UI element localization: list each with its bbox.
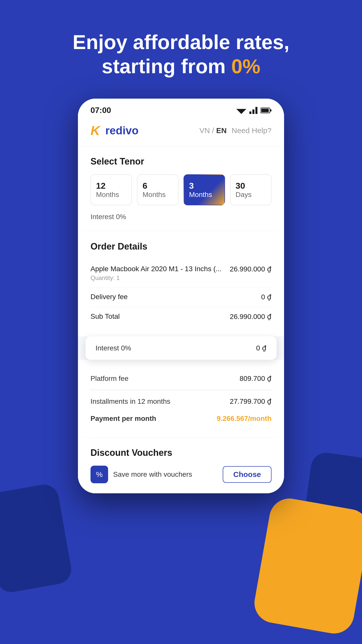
tenor-30d-unit: Days: [236, 191, 266, 199]
wifi-icon: [236, 107, 246, 114]
summary-platform-value: 809.700 ₫: [240, 374, 272, 383]
order-subtotal-value: 26.990.000 ₫: [230, 312, 272, 321]
headline-text: Enjoy affordable rates, starting from 0%: [73, 30, 289, 78]
order-section: Order Details Apple Macbook Air 2020 M1 …: [78, 231, 284, 336]
tenor-option-6m[interactable]: 6 Months: [137, 174, 178, 205]
headline-line1: Enjoy affordable rates,: [73, 31, 289, 53]
order-product-price: 26.990.000 ₫: [230, 265, 272, 273]
floating-interest-row: Interest 0% 0 ₫: [85, 336, 277, 360]
lang-switcher[interactable]: VN / EN: [199, 126, 227, 135]
summary-row-platform: Platform fee 809.700 ₫: [90, 370, 272, 387]
order-delivery-value: 0 ₫: [261, 293, 272, 301]
need-help-link[interactable]: Need Help?: [232, 126, 272, 135]
headline-section: Enjoy affordable rates, starting from 0%: [63, 30, 299, 78]
order-row-subtotal: Sub Total 26.990.000 ₫: [90, 307, 272, 326]
kredivo-logo-icon: K: [90, 123, 104, 136]
order-row-delivery: Delivery fee 0 ₫: [90, 287, 272, 307]
order-product-name: Apple Macbook Air 2020 M1 - 13 Inchs (..…: [90, 265, 221, 273]
order-title: Order Details: [90, 241, 272, 252]
tenor-3m-unit: Months: [189, 191, 219, 199]
tenor-option-3m[interactable]: 3 Months: [184, 174, 225, 205]
status-icons: [236, 107, 272, 114]
phone-mockup: 07:00: [78, 99, 284, 493]
order-row-product: Apple Macbook Air 2020 M1 - 13 Inchs (..…: [90, 259, 272, 287]
voucher-section: Discount Vouchers % Save more with vouch…: [78, 437, 284, 493]
logo-name: redivo: [105, 125, 139, 136]
tenor-3m-num: 3: [189, 181, 219, 191]
summary-row-installments: Installments in 12 months 27.799.700 ₫: [90, 390, 272, 410]
logo-k: K: [90, 123, 104, 138]
main-container: Enjoy affordable rates, starting from 0%…: [0, 0, 362, 644]
summary-row-payment: Payment per month 9.266.567/month: [90, 410, 272, 427]
summary-payment-value: 9.266.567/month: [217, 415, 272, 423]
interest-label: Interest 0%: [90, 213, 272, 221]
tenor-30d-num: 30: [236, 181, 266, 191]
svg-text:K: K: [90, 123, 101, 136]
voucher-icon: %: [90, 466, 108, 483]
status-bar: 07:00: [78, 99, 284, 117]
tenor-title: Select Tenor: [90, 156, 272, 167]
signal-icon: [249, 107, 257, 114]
header-right: VN / EN Need Help?: [199, 126, 272, 135]
tenor-6m-num: 6: [143, 181, 173, 191]
tenor-6m-unit: Months: [143, 191, 173, 199]
lang-vn[interactable]: VN / EN: [199, 126, 227, 135]
battery-icon: [260, 107, 272, 113]
order-subtotal-label: Sub Total: [90, 312, 120, 320]
summary-section: Platform fee 809.700 ₫ Installments in 1…: [78, 360, 284, 437]
svg-rect-3: [255, 107, 257, 114]
summary-installments-label: Installments in 12 months: [90, 397, 170, 406]
order-product-qty: Quantity: 1: [90, 274, 221, 281]
logo: K redivo: [90, 123, 139, 138]
summary-platform-label: Platform fee: [90, 375, 128, 383]
voucher-text: Save more with vouchers: [113, 470, 192, 478]
tenor-12m-num: 12: [96, 181, 126, 191]
headline-highlight: 0%: [231, 55, 260, 77]
tenor-option-30d[interactable]: 30 Days: [230, 174, 272, 205]
order-product-info: Apple Macbook Air 2020 M1 - 13 Inchs (..…: [90, 265, 221, 281]
svg-rect-1: [249, 111, 251, 114]
voucher-left: % Save more with vouchers: [90, 466, 192, 483]
choose-button[interactable]: Choose: [223, 466, 272, 483]
tenor-option-12m[interactable]: 12 Months: [90, 174, 132, 205]
svg-rect-2: [252, 109, 254, 114]
svg-rect-5: [270, 109, 272, 111]
app-header: K redivo VN / EN Need Help?: [78, 117, 284, 146]
svg-rect-6: [261, 109, 269, 112]
tenor-12m-unit: Months: [96, 191, 126, 199]
order-delivery-label: Delivery fee: [90, 293, 128, 301]
floating-interest-value: 0 ₫: [256, 344, 266, 352]
voucher-row: % Save more with vouchers Choose: [90, 466, 272, 483]
tenor-options: 12 Months 6 Months 3 Months 30 Days: [90, 174, 272, 205]
status-time: 07:00: [90, 106, 111, 115]
voucher-title: Discount Vouchers: [90, 448, 272, 458]
summary-payment-label: Payment per month: [90, 415, 156, 423]
decoration-blob-right-bottom: [251, 495, 362, 637]
decoration-blob-left: [0, 482, 73, 594]
floating-interest-label: Interest 0%: [96, 344, 131, 352]
svg-marker-0: [236, 109, 246, 114]
tenor-section: Select Tenor 12 Months 6 Months 3 Months…: [78, 146, 284, 231]
summary-installments-value: 27.799.700 ₫: [230, 397, 272, 406]
headline-line2: starting from: [102, 55, 231, 77]
